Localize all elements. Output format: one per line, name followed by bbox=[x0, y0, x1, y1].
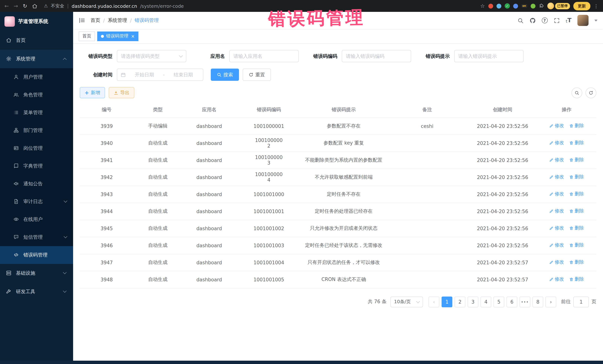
breadcrumb-system[interactable]: 系统管理 bbox=[108, 17, 127, 24]
delete-link[interactable]: 删除 bbox=[569, 157, 584, 163]
fullscreen-icon[interactable] bbox=[554, 17, 560, 23]
extension-icon-cyan[interactable] bbox=[496, 3, 501, 8]
delete-link[interactable]: 删除 bbox=[569, 174, 584, 180]
search-button[interactable]: 搜索 bbox=[211, 69, 239, 81]
error-code-input[interactable] bbox=[346, 53, 407, 59]
cell-id: 3941 bbox=[80, 152, 134, 169]
extension-icon-blue[interactable] bbox=[513, 3, 518, 8]
sidebar-item-devtool[interactable]: 研发工具 bbox=[0, 282, 73, 301]
cell-error-code: 1001001002 bbox=[236, 220, 302, 237]
pagination-page-3[interactable]: 3 bbox=[468, 296, 478, 307]
delete-link[interactable]: 删除 bbox=[569, 259, 584, 265]
cell-app-name: dashboard bbox=[182, 254, 236, 271]
delete-link[interactable]: 删除 bbox=[569, 225, 584, 232]
tab-label: 错误码管理 bbox=[106, 33, 128, 39]
date-range-picker[interactable]: 开始日期 - 结束日期 bbox=[117, 69, 203, 81]
extension-icon-green-check[interactable]: ✓ bbox=[504, 3, 510, 9]
pagination-page-4[interactable]: 4 bbox=[481, 296, 491, 307]
add-button[interactable]: + 新增 bbox=[80, 87, 105, 98]
tab-home[interactable]: 首页 bbox=[79, 31, 95, 41]
pagination-page-5[interactable]: 5 bbox=[494, 296, 504, 307]
bookmark-star-icon[interactable]: ☆ bbox=[480, 3, 485, 9]
sidebar-item-dept[interactable]: 部门管理 bbox=[0, 121, 73, 139]
user-avatar[interactable] bbox=[577, 15, 589, 26]
font-size-icon[interactable]: tT bbox=[566, 17, 572, 23]
pagination-next[interactable]: › bbox=[545, 296, 556, 307]
sidebar-item-post[interactable]: 岗位管理 bbox=[0, 139, 73, 157]
delete-link[interactable]: 删除 bbox=[569, 191, 584, 197]
sidebar-item-system[interactable]: 系统管理 bbox=[0, 50, 73, 68]
extension-icon-red[interactable] bbox=[488, 3, 493, 8]
sidebar-item-infra[interactable]: 基础设施 bbox=[0, 264, 73, 282]
edit-link[interactable]: 修改 bbox=[549, 123, 564, 129]
edit-link[interactable]: 修改 bbox=[549, 225, 564, 232]
delete-link[interactable]: 删除 bbox=[569, 123, 584, 129]
delete-link[interactable]: 删除 bbox=[569, 208, 584, 214]
update-button[interactable]: 更新 bbox=[573, 2, 590, 10]
extension-icon-on-badge[interactable]: on bbox=[521, 4, 527, 8]
start-date-placeholder: 开始日期 bbox=[128, 71, 161, 78]
browser-menu-icon[interactable]: ⋮ bbox=[594, 3, 599, 9]
edit-link[interactable]: 修改 bbox=[549, 174, 564, 180]
delete-link[interactable]: 删除 bbox=[569, 140, 584, 146]
edit-link[interactable]: 修改 bbox=[549, 208, 564, 214]
sidebar-item-audit-log[interactable]: 审计日志 bbox=[0, 193, 73, 210]
pagination-prev[interactable]: ‹ bbox=[429, 296, 439, 307]
error-msg-input[interactable] bbox=[458, 53, 520, 59]
reload-icon[interactable]: ↻ bbox=[23, 3, 27, 9]
refresh-table-button[interactable] bbox=[586, 87, 596, 98]
delete-link[interactable]: 删除 bbox=[569, 242, 584, 249]
page-size-select[interactable]: 10条/页 bbox=[390, 296, 423, 307]
column-header: 错误码编码 bbox=[236, 102, 302, 118]
pagination-page-1[interactable]: 1 bbox=[441, 296, 452, 307]
tab-close-icon[interactable]: × bbox=[131, 33, 135, 39]
sidebar-item-home[interactable]: 首页 bbox=[0, 31, 73, 50]
sidebar-item-user[interactable]: 用户管理 bbox=[0, 68, 73, 86]
edit-link[interactable]: 修改 bbox=[549, 140, 564, 146]
download-icon bbox=[113, 90, 118, 95]
profile-emoji-avatar[interactable] bbox=[547, 3, 554, 9]
breadcrumb-home[interactable]: 首页 bbox=[91, 17, 100, 24]
goto-page-input[interactable] bbox=[573, 296, 589, 307]
reset-button[interactable]: 重置 bbox=[243, 69, 271, 81]
browser-home-icon[interactable] bbox=[32, 3, 37, 9]
cell-error-code: 100100000 2 bbox=[236, 134, 302, 152]
extensions-puzzle-icon[interactable] bbox=[539, 3, 544, 9]
app-logo[interactable]: 芋道管理系统 bbox=[0, 12, 73, 31]
edit-link[interactable]: 修改 bbox=[549, 191, 564, 197]
cell-app-name: dashboard bbox=[182, 134, 236, 152]
cell-id: 3947 bbox=[80, 254, 134, 271]
github-icon[interactable] bbox=[530, 17, 536, 23]
sidebar-item-error-code[interactable]: 错误码管理 bbox=[0, 246, 73, 264]
edit-icon bbox=[549, 209, 554, 213]
edit-link[interactable]: 修改 bbox=[549, 259, 564, 265]
delete-link[interactable]: 删除 bbox=[569, 276, 584, 283]
forward-icon[interactable]: → bbox=[13, 3, 18, 9]
chevron-down-icon[interactable] bbox=[594, 20, 597, 21]
app-name-input[interactable] bbox=[233, 53, 295, 59]
back-icon[interactable]: ← bbox=[4, 3, 9, 9]
sidebar-item-dict[interactable]: 字典管理 bbox=[0, 157, 73, 175]
edit-link[interactable]: 修改 bbox=[549, 242, 564, 249]
cell-type: 自动生成 bbox=[134, 220, 182, 237]
sidebar-item-online-user[interactable]: 在线用户 bbox=[0, 210, 73, 228]
pagination-ellipsis[interactable]: ••• bbox=[520, 296, 530, 307]
export-button[interactable]: 导出 bbox=[109, 87, 134, 98]
toggle-search-button[interactable] bbox=[571, 87, 582, 98]
help-icon[interactable]: ? bbox=[542, 17, 548, 23]
edit-link[interactable]: 修改 bbox=[549, 157, 564, 163]
sidebar-fold-icon[interactable] bbox=[79, 17, 85, 24]
search-icon[interactable] bbox=[517, 17, 524, 23]
extension-icon-lime[interactable] bbox=[531, 3, 535, 8]
sidebar-item-menu[interactable]: 菜单管理 bbox=[0, 104, 73, 121]
sidebar-item-notice[interactable]: 通知公告 bbox=[0, 175, 73, 193]
tab-error-code[interactable]: 错误码管理 × bbox=[97, 31, 139, 41]
sidebar-item-sms[interactable]: 短信管理 bbox=[0, 228, 73, 246]
edit-link[interactable]: 修改 bbox=[549, 276, 564, 283]
error-type-select[interactable]: 请选择错误码类型 bbox=[117, 50, 186, 62]
pagination-page-6[interactable]: 6 bbox=[507, 296, 517, 307]
pagination-page-8[interactable]: 8 bbox=[533, 296, 543, 307]
sidebar-item-role[interactable]: 角色管理 bbox=[0, 86, 73, 104]
address-bar[interactable]: ⚠ 不安全 | dashboard.yudao.iocoder.cn/syste… bbox=[44, 3, 184, 9]
pagination-page-2[interactable]: 2 bbox=[454, 296, 465, 307]
